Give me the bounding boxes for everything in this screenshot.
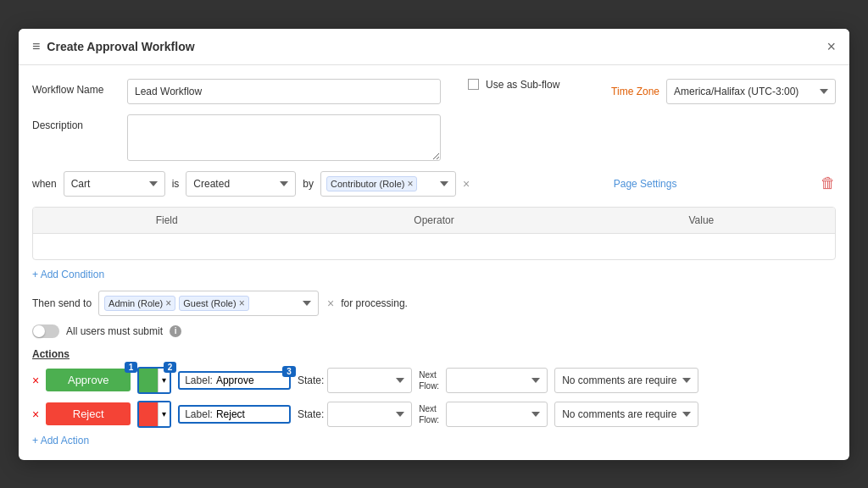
add-action-button[interactable]: + Add Action [32,435,836,446]
timezone-select[interactable]: America/Halifax (UTC-3:00) [666,79,836,104]
workflow-name-label: Workflow Name [32,79,117,96]
approve-badge-1: 1 [125,362,138,373]
subflow-checkbox[interactable] [468,79,479,90]
field-header: Field [33,208,300,233]
approve-flow-select[interactable] [446,368,548,393]
approve-label-text: Label: [185,374,213,386]
add-condition-button[interactable]: + Add Condition [32,269,836,280]
actions-section: Actions × Approve 1 2 ▾ 3 Label [32,348,836,446]
toggle-row: All users must submit i [32,324,836,338]
info-icon[interactable]: i [170,325,181,337]
approve-comments-select[interactable]: No comments are required [554,368,698,393]
then-container-close[interactable]: × [327,297,334,310]
toggle-knob [33,325,45,337]
approve-state-select[interactable] [327,368,412,393]
reject-next-flow-label: Next [419,404,439,413]
timezone-label: Time Zone [611,86,659,97]
reject-label-group: Label: [178,405,291,424]
all-users-toggle[interactable] [32,324,59,338]
approve-color-swatch[interactable] [139,369,158,392]
admin-tag: Admin (Role) × [104,296,175,311]
contributor-tag-close[interactable]: × [407,179,413,189]
workflow-name-input[interactable] [127,79,441,104]
contributor-tag: Contributor (Role) × [326,176,417,191]
then-send-to-label: Then send to [32,297,92,309]
modal-title-text: Create Approval Workflow [47,40,194,53]
contributor-tag-container[interactable]: Contributor (Role) × [320,171,456,197]
guest-tag-label: Guest (Role) [183,298,236,308]
approve-state-label: State: [298,374,324,386]
subflow-row: Use as Sub-flow [468,79,559,91]
approve-label-group: 3 Label: [178,371,291,390]
subflow-label: Use as Sub-flow [486,79,559,91]
contributor-tag-label: Contributor (Role) [331,179,404,189]
workflow-name-row: Workflow Name Use as Sub-flow Time Zone … [32,79,836,104]
then-row: Then send to Admin (Role) × Guest (Role)… [32,291,836,316]
reject-comments-select[interactable]: No comments are required [554,402,698,427]
reject-color-picker[interactable]: ▾ [137,401,171,428]
timezone-row: Time Zone America/Halifax (UTC-3:00) [611,79,836,104]
modal-header: ≡ Create Approval Workflow × [19,29,849,65]
reject-state-select[interactable] [327,402,412,427]
operator-header: Operator [300,208,567,233]
reject-delete-button[interactable]: × [32,408,39,421]
actions-title: Actions [32,348,836,360]
approve-label-input[interactable] [216,374,284,386]
modal-title: ≡ Create Approval Workflow [32,39,195,54]
approve-badge-2: 2 [164,362,177,373]
value-header: Value [568,208,835,233]
create-workflow-modal: ≡ Create Approval Workflow × Workflow Na… [19,29,849,460]
reject-flow-select[interactable] [446,402,548,427]
reject-state-group: State: [298,402,412,427]
modal-body: Workflow Name Use as Sub-flow Time Zone … [19,65,849,460]
reject-label-input[interactable] [216,408,284,420]
reject-button[interactable]: Reject [46,402,131,425]
approve-action-row: × Approve 1 2 ▾ 3 Label: [32,367,836,394]
description-textarea[interactable] [127,114,441,161]
approve-flow-group: Next Flow: [419,370,439,391]
approve-state-group: State: [298,368,412,393]
approve-button[interactable]: Approve 1 [46,369,131,391]
guest-tag-close[interactable]: × [239,298,245,308]
created-select[interactable]: Created [186,171,296,197]
cart-select[interactable]: Cart [64,171,165,197]
page-settings-link[interactable]: Page Settings [614,178,677,190]
reject-flow-group: Next Flow: [419,404,439,424]
approve-color-picker[interactable]: 2 ▾ [137,367,171,394]
is-label: is [172,178,180,190]
toggle-label: All users must submit [66,325,163,337]
guest-tag: Guest (Role) × [179,296,248,311]
reject-label-text: Label: [185,408,213,420]
modal-overlay: ≡ Create Approval Workflow × Workflow Na… [0,0,868,488]
conditions-header: Field Operator Value [33,208,835,234]
delete-conditions-icon[interactable]: 🗑 [821,175,836,192]
for-processing-label: for processing. [341,297,408,309]
admin-tag-close[interactable]: × [165,298,171,308]
reject-color-swatch[interactable] [139,402,158,426]
conditions-body [33,234,835,259]
by-container-close[interactable]: × [463,177,470,191]
approve-badge-3: 3 [282,366,296,377]
modal-close-button[interactable]: × [826,39,836,54]
reject-action-row: × Reject ▾ Label: State: [32,401,836,428]
when-row: when Cart is Created by Contributor (Rol… [32,171,836,197]
reject-flow-label: Flow: [419,415,439,424]
description-label: Description [32,114,117,131]
by-label: by [303,178,314,190]
approve-next-flow-label: Next [419,370,439,380]
approve-flow-label: Flow: [419,381,439,391]
description-row: Description [32,114,836,161]
menu-icon: ≡ [32,39,40,54]
reject-color-dropdown[interactable]: ▾ [158,402,170,426]
reject-state-label: State: [298,408,324,420]
when-label: when [32,178,57,190]
conditions-table: Field Operator Value [32,207,836,260]
approve-delete-button[interactable]: × [32,374,39,387]
then-tag-container[interactable]: Admin (Role) × Guest (Role) × [98,291,319,316]
admin-tag-label: Admin (Role) [108,298,163,308]
